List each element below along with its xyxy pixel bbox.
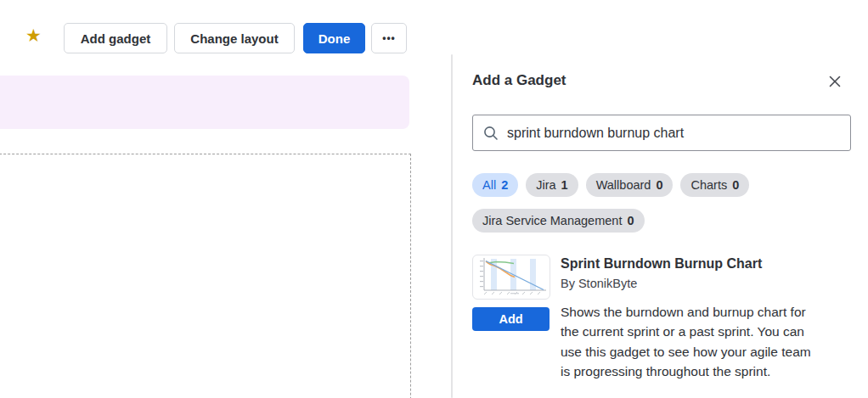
close-button[interactable] <box>825 71 845 92</box>
gadget-search-input[interactable] <box>507 126 840 141</box>
more-options-button[interactable]: ••• <box>371 23 407 53</box>
gadget-result-description: Shows the burndown and burnup chart for … <box>561 302 866 382</box>
chip-count: 1 <box>561 178 568 192</box>
description-line: use this gadget to see how your agile te… <box>561 342 866 362</box>
empty-gadget-drop-zone[interactable] <box>0 154 411 398</box>
chip-label: Jira <box>536 178 555 192</box>
panel-title: Add a Gadget <box>472 72 566 89</box>
gadget-thumbnail <box>472 255 550 300</box>
panel-divider <box>451 54 453 398</box>
filter-chip-wallboard[interactable]: Wallboard 0 <box>586 173 674 197</box>
chip-count: 0 <box>627 214 634 227</box>
change-layout-button[interactable]: Change layout <box>174 23 295 53</box>
dashboard-highlight-banner <box>0 76 409 129</box>
gadget-result-title: Sprint Burndown Burnup Chart <box>561 256 762 272</box>
done-button[interactable]: Done <box>303 23 365 53</box>
filter-chip-charts[interactable]: Charts 0 <box>680 173 749 197</box>
filter-chip-jira[interactable]: Jira 1 <box>526 173 578 197</box>
filter-chip-all[interactable]: All 2 <box>472 173 518 197</box>
add-gadget-result-button[interactable]: Add <box>472 307 550 331</box>
filter-chip-group: All 2 Jira 1 Wallboard 0 Charts 0 Jira S… <box>472 173 856 233</box>
chip-count: 0 <box>656 178 662 192</box>
burndown-chart-preview <box>473 255 550 299</box>
gadget-search-box <box>472 115 851 151</box>
chip-label: Jira Service Management <box>482 214 622 227</box>
chip-label: Wallboard <box>596 178 651 192</box>
close-icon <box>828 75 842 88</box>
favorite-star-icon[interactable]: ★ <box>25 26 42 44</box>
search-icon <box>483 126 499 141</box>
chip-label: All <box>482 178 496 192</box>
chip-count: 0 <box>732 178 739 192</box>
filter-chip-jsm[interactable]: Jira Service Management 0 <box>472 209 645 233</box>
description-line: the current sprint or a past sprint. You… <box>561 322 866 341</box>
chip-label: Charts <box>690 178 727 192</box>
add-gadget-button[interactable]: Add gadget <box>64 23 167 53</box>
description-line: is progressing throughout the sprint. <box>561 362 866 381</box>
chip-count: 2 <box>501 178 508 192</box>
description-line: Shows the burndown and burnup chart for <box>561 302 866 322</box>
gadget-result-byline: By StonikByte <box>561 277 637 290</box>
